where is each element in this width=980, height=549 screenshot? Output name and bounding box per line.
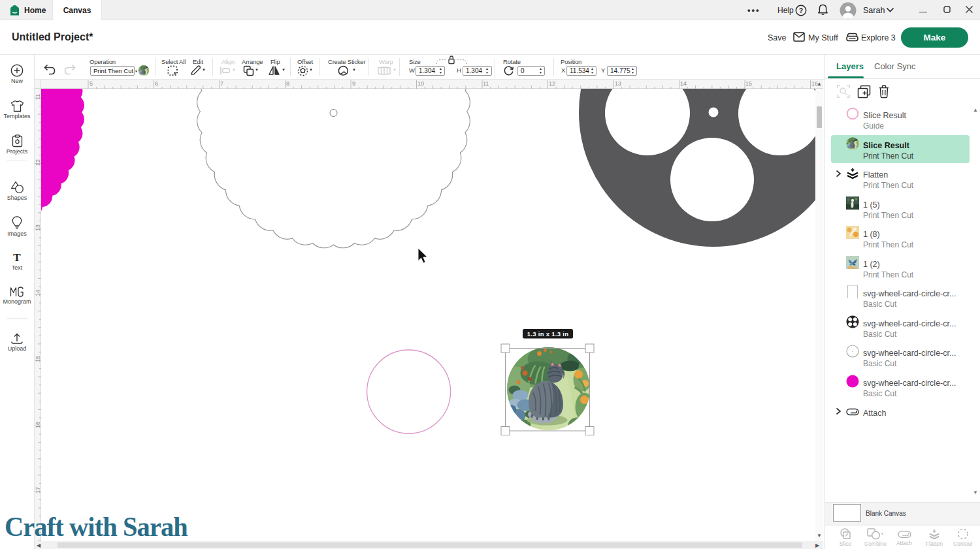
svg-text:10: 10: [417, 80, 424, 87]
svg-text:11: 11: [35, 94, 41, 100]
svg-text:14: 14: [680, 80, 687, 87]
svg-text:12: 12: [35, 159, 41, 166]
svg-text:8: 8: [286, 80, 289, 87]
svg-text:17: 17: [35, 487, 41, 494]
svg-text:14: 14: [35, 290, 41, 296]
svg-text:13: 13: [35, 225, 41, 231]
svg-text:15: 15: [35, 356, 41, 362]
svg-text:6: 6: [155, 80, 158, 87]
svg-text:9: 9: [352, 80, 355, 87]
svg-text:12: 12: [549, 80, 555, 87]
svg-text:1.3 in x 1.3 in: 1.3 in x 1.3 in: [527, 330, 569, 337]
svg-text:15: 15: [745, 80, 752, 87]
svg-text:11: 11: [483, 80, 489, 87]
svg-text:?: ?: [799, 7, 803, 14]
svg-text:13: 13: [615, 80, 621, 87]
svg-text:16: 16: [35, 422, 41, 428]
svg-text:7: 7: [220, 80, 223, 87]
svg-text:5: 5: [90, 80, 93, 87]
